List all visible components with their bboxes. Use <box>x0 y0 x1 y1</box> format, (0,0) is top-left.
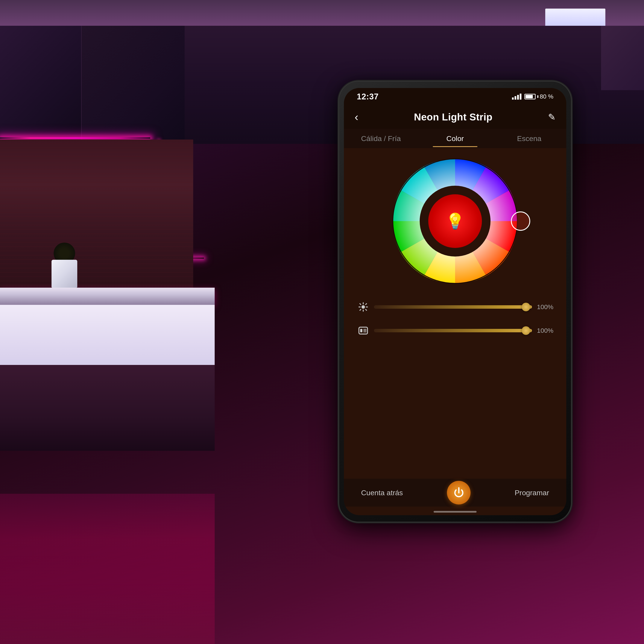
bottom-bar: Cuenta atrás Programar <box>344 479 566 507</box>
counter <box>0 288 215 305</box>
center-circle[interactable]: 💡 <box>428 194 482 248</box>
power-button[interactable] <box>447 481 471 504</box>
notch <box>434 88 477 96</box>
saturation-slider-row: 100% <box>357 324 553 337</box>
tab-escena[interactable]: Escena <box>492 130 566 147</box>
phone-screen: 12:37 80 % <box>344 88 566 515</box>
saturation-icon-wrapper <box>357 324 370 337</box>
saturation-thumb[interactable] <box>522 326 530 335</box>
home-indicator <box>434 511 477 513</box>
color-wheel-section: 💡 <box>344 148 566 294</box>
tab-calida[interactable]: Cálida / Fría <box>344 130 418 147</box>
tabs-bar: Cálida / Fría Color Escena <box>344 129 566 148</box>
cabinet-left <box>0 26 82 159</box>
saturation-icon <box>358 325 368 336</box>
brightness-slider-row: 100% <box>357 301 553 313</box>
svg-line-13 <box>360 309 361 310</box>
battery-fill <box>526 95 533 98</box>
neon-strip-1 <box>0 137 150 139</box>
pot-body <box>52 260 77 288</box>
signal-icon <box>512 94 521 100</box>
brightness-value: 100% <box>536 303 553 311</box>
svg-point-5 <box>361 305 365 309</box>
countdown-button[interactable]: Cuenta atrás <box>361 489 403 497</box>
cabinet-right-top <box>601 26 644 90</box>
saturation-slider[interactable] <box>374 329 532 332</box>
battery-body <box>524 94 536 99</box>
svg-line-11 <box>366 309 366 310</box>
power-icon <box>453 487 465 499</box>
battery-icon: 80 % <box>524 93 553 100</box>
lower-panel-bottom <box>0 365 215 451</box>
cabinet-mid <box>82 26 185 159</box>
back-button[interactable]: ‹ <box>355 111 358 123</box>
signal-bar-4 <box>520 94 521 100</box>
svg-line-10 <box>360 304 361 304</box>
svg-line-12 <box>366 304 366 304</box>
brightness-icon-wrapper <box>357 301 370 313</box>
floor-glow <box>0 494 215 644</box>
status-time: 12:37 <box>357 92 379 101</box>
color-wheel-container[interactable]: 💡 <box>391 157 519 286</box>
svg-rect-15 <box>360 329 362 332</box>
saturation-value: 100% <box>536 327 553 334</box>
brightness-icon <box>358 302 368 312</box>
signal-bar-1 <box>512 97 514 100</box>
status-icons: 80 % <box>512 93 553 100</box>
plant-pot <box>47 243 82 288</box>
color-indicator[interactable] <box>511 211 530 231</box>
tab-color[interactable]: Color <box>418 130 492 147</box>
wood-grain <box>0 140 193 290</box>
schedule-button[interactable]: Programar <box>515 489 549 497</box>
signal-bar-2 <box>515 96 516 100</box>
brightness-slider[interactable] <box>374 305 532 309</box>
edit-button[interactable]: ✎ <box>548 112 556 122</box>
battery-tip <box>537 95 538 98</box>
phone: 12:37 80 % <box>339 82 571 522</box>
sliders-section: 100% <box>344 294 566 354</box>
app-header: ‹ Neon Light Strip ✎ <box>344 105 566 129</box>
scene: 12:37 80 % <box>0 0 644 644</box>
brightness-thumb[interactable] <box>522 303 530 311</box>
phone-shell: 12:37 80 % <box>339 82 571 522</box>
bulb-icon: 💡 <box>445 212 465 230</box>
signal-bar-3 <box>517 95 519 100</box>
page-title: Neon Light Strip <box>414 111 492 123</box>
battery-percent: 80 % <box>540 93 553 100</box>
